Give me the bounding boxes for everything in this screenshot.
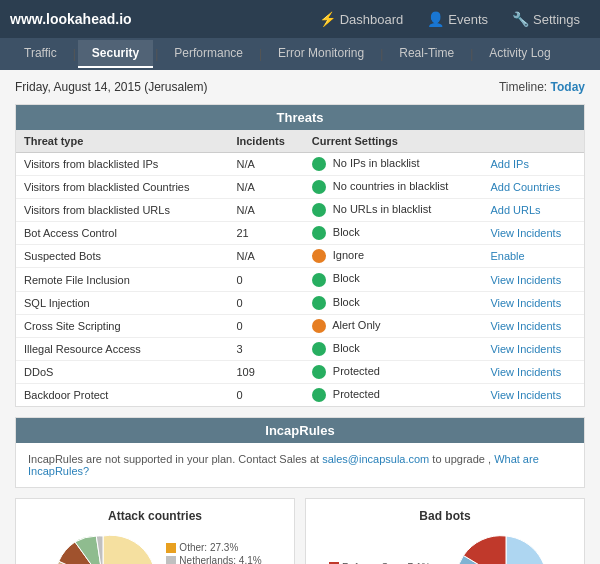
setting-cell: Block <box>304 222 483 245</box>
events-icon: 👤 <box>427 11 444 27</box>
tab-sep-1: | <box>71 47 78 61</box>
tab-bar: Traffic | Security | Performance | Error… <box>0 38 600 70</box>
action-link[interactable]: View Incidents <box>490 297 561 309</box>
table-row: Bot Access Control 21 Block View Inciden… <box>16 222 584 245</box>
action-link[interactable]: Add IPs <box>490 158 529 170</box>
threat-type-cell: Visitors from blacklisted URLs <box>16 199 228 222</box>
setting-cell: Protected <box>304 383 483 406</box>
table-row: Backdoor Protect 0 Protected View Incide… <box>16 383 584 406</box>
date-label: Friday, August 14, 2015 (Jerusalem) <box>15 80 208 94</box>
tab-activity-log[interactable]: Activity Log <box>475 40 564 68</box>
bots-chart-container: Referrer Sp...: 7.1%WordPress B...: 14.3… <box>316 531 574 564</box>
action-link[interactable]: View Incidents <box>490 366 561 378</box>
col-incidents: Incidents <box>228 130 303 153</box>
setting-cell: Alert Only <box>304 314 483 337</box>
incap-email-link[interactable]: sales@incapsula.com <box>322 453 429 465</box>
incidents-cell: 0 <box>228 291 303 314</box>
action-link[interactable]: Enable <box>490 250 524 262</box>
action-cell: Add URLs <box>482 199 584 222</box>
threats-section: Threats Threat type Incidents Current Se… <box>15 104 585 407</box>
threat-type-cell: Bot Access Control <box>16 222 228 245</box>
table-row: SQL Injection 0 Block View Incidents <box>16 291 584 314</box>
status-icon <box>312 203 326 217</box>
attack-chart-container: Other: 27.3%Netherlands: 4.1%China: 7.4%… <box>26 531 284 564</box>
tab-sep-5: | <box>468 47 475 61</box>
setting-cell: No countries in blacklist <box>304 176 483 199</box>
dashboard-icon: ⚡ <box>319 11 336 27</box>
status-icon <box>312 388 326 402</box>
action-link[interactable]: Add URLs <box>490 204 540 216</box>
table-row: Remote File Inclusion 0 Block View Incid… <box>16 268 584 291</box>
header-nav: ⚡ Dashboard 👤 Events 🔧 Settings <box>309 5 590 33</box>
action-link[interactable]: View Incidents <box>490 389 561 401</box>
setting-cell: Block <box>304 291 483 314</box>
nav-settings[interactable]: 🔧 Settings <box>502 5 590 33</box>
threat-type-cell: Visitors from blacklisted Countries <box>16 176 228 199</box>
threat-type-cell: Visitors from blacklisted IPs <box>16 153 228 176</box>
status-icon <box>312 319 326 333</box>
tab-security[interactable]: Security <box>78 40 153 68</box>
status-icon <box>312 226 326 240</box>
table-row: Illegal Resource Access 3 Block View Inc… <box>16 337 584 360</box>
date-timeline: Friday, August 14, 2015 (Jerusalem) Time… <box>15 80 585 94</box>
setting-cell: Block <box>304 337 483 360</box>
header: www.lookahead.io ⚡ Dashboard 👤 Events 🔧 … <box>0 0 600 38</box>
timeline: Timeline: Today <box>499 80 585 94</box>
action-cell: View Incidents <box>482 383 584 406</box>
incap-title: IncapRules <box>16 418 584 443</box>
legend-label: Other: 27.3% <box>179 542 238 553</box>
tab-realtime[interactable]: Real-Time <box>385 40 468 68</box>
incidents-cell: 0 <box>228 268 303 291</box>
action-link[interactable]: View Incidents <box>490 274 561 286</box>
tab-sep-4: | <box>378 47 385 61</box>
action-cell: View Incidents <box>482 360 584 383</box>
bots-pie <box>451 531 561 564</box>
threats-table: Threat type Incidents Current Settings V… <box>16 130 584 406</box>
action-link[interactable]: Add Countries <box>490 181 560 193</box>
setting-cell: Ignore <box>304 245 483 268</box>
bots-chart-title: Bad bots <box>316 509 574 523</box>
tab-error-monitoring[interactable]: Error Monitoring <box>264 40 378 68</box>
threat-type-cell: Remote File Inclusion <box>16 268 228 291</box>
settings-icon: 🔧 <box>512 11 529 27</box>
incidents-cell: 3 <box>228 337 303 360</box>
incidents-cell: 109 <box>228 360 303 383</box>
threats-title: Threats <box>16 105 584 130</box>
legend-color <box>166 556 176 564</box>
tab-traffic[interactable]: Traffic <box>10 40 71 68</box>
setting-cell: No URLs in blacklist <box>304 199 483 222</box>
action-cell: View Incidents <box>482 291 584 314</box>
table-row: Visitors from blacklisted IPs N/A No IPs… <box>16 153 584 176</box>
setting-cell: No IPs in blacklist <box>304 153 483 176</box>
table-row: Suspected Bots N/A Ignore Enable <box>16 245 584 268</box>
action-link[interactable]: View Incidents <box>490 227 561 239</box>
timeline-value: Today <box>551 80 585 94</box>
table-row: Visitors from blacklisted URLs N/A No UR… <box>16 199 584 222</box>
setting-cell: Protected <box>304 360 483 383</box>
status-icon <box>312 249 326 263</box>
charts-row: Attack countries <box>15 498 585 564</box>
action-link[interactable]: View Incidents <box>490 343 561 355</box>
nav-events[interactable]: 👤 Events <box>417 5 498 33</box>
nav-dashboard[interactable]: ⚡ Dashboard <box>309 5 414 33</box>
col-action <box>482 130 584 153</box>
logo: www.lookahead.io <box>10 11 309 27</box>
incap-text2: to upgrade , <box>429 453 491 465</box>
status-icon <box>312 180 326 194</box>
incidents-cell: N/A <box>228 176 303 199</box>
bad-bots-chart: Bad bots Referrer Sp...: 7.1%WordPress B… <box>305 498 585 564</box>
incidents-cell: N/A <box>228 153 303 176</box>
legend-color <box>166 543 176 553</box>
tab-sep-3: | <box>257 47 264 61</box>
attack-chart-title: Attack countries <box>26 509 284 523</box>
threat-type-cell: Cross Site Scripting <box>16 314 228 337</box>
incidents-cell: 0 <box>228 383 303 406</box>
status-icon <box>312 273 326 287</box>
tab-performance[interactable]: Performance <box>160 40 257 68</box>
incidents-cell: N/A <box>228 245 303 268</box>
attack-legend: Other: 27.3%Netherlands: 4.1%China: 7.4%… <box>166 542 261 564</box>
incidents-cell: 0 <box>228 314 303 337</box>
threat-type-cell: Illegal Resource Access <box>16 337 228 360</box>
action-link[interactable]: View Incidents <box>490 320 561 332</box>
action-cell: Enable <box>482 245 584 268</box>
